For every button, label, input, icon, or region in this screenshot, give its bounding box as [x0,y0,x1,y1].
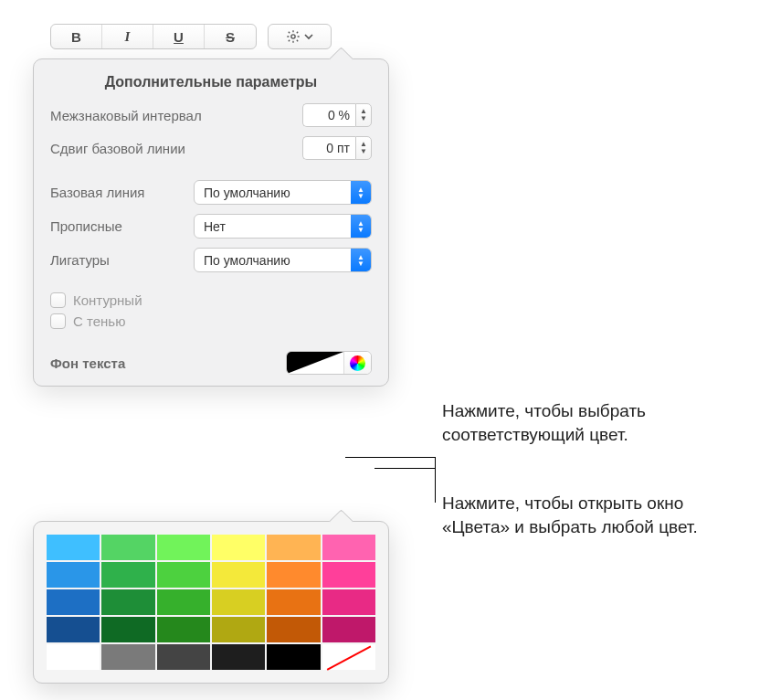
baseline-shift-stepper[interactable]: 0 пт ▲▼ [302,136,372,160]
color-well-button[interactable] [287,352,343,374]
ligatures-label: Лигатуры [50,252,110,268]
color-swatch[interactable] [211,561,266,589]
gear-icon [286,29,301,44]
color-wheel-button[interactable] [343,352,371,374]
color-swatch[interactable] [46,589,100,616]
popover-title: Дополнительные параметры [50,74,372,90]
stepper-arrows-icon[interactable]: ▲▼ [355,103,372,127]
color-swatch[interactable] [100,643,155,671]
color-swatch[interactable] [100,616,155,643]
baseline-select-value: По умолчанию [204,186,290,200]
chevron-down-icon [304,32,313,41]
color-swatch[interactable] [156,561,211,589]
capitalization-label: Прописные [50,218,122,234]
outline-checkbox-label: Контурный [73,292,142,308]
ligatures-select-value: По умолчанию [204,253,290,268]
shadow-checkbox-label: С тенью [73,313,125,329]
baseline-label: Базовая линия [50,185,144,200]
text-style-toolbar: B I U S [50,24,332,49]
select-arrows-icon: ▲▼ [351,215,371,238]
color-swatch[interactable] [156,589,211,616]
select-arrows-icon: ▲▼ [351,249,371,271]
color-swatch[interactable] [322,561,376,589]
text-style-segmented: B I U S [50,24,257,49]
color-swatch[interactable] [266,534,321,561]
capitalization-select-value: Нет [204,219,226,234]
callout-color-wheel: Нажмите, чтобы открыть окно «Цвета» и вы… [442,492,744,538]
color-swatch[interactable] [46,616,100,643]
underline-button[interactable]: U [153,25,205,48]
baseline-shift-label: Сдвиг базовой линии [50,141,185,156]
no-fill-swatch[interactable] [322,643,376,671]
color-swatch[interactable] [322,589,376,616]
bold-button[interactable]: B [51,25,102,48]
text-background-color-picker [286,351,372,375]
color-swatch[interactable] [322,616,376,643]
outline-checkbox-row[interactable]: Контурный [50,292,372,308]
stepper-arrows-icon[interactable]: ▲▼ [355,136,372,160]
color-wheel-icon [350,355,365,371]
svg-point-0 [291,35,295,38]
color-swatch[interactable] [266,561,321,589]
callout-line [435,457,436,503]
baseline-select[interactable]: По умолчанию ▲▼ [194,180,372,205]
character-spacing-label: Межзнаковый интервал [50,108,202,123]
color-swatch[interactable] [46,561,100,589]
callout-line [345,457,435,458]
color-swatch[interactable] [100,589,155,616]
advanced-options-popover: Дополнительные параметры Межзнаковый инт… [33,58,389,387]
color-swatch[interactable] [100,561,155,589]
color-swatch[interactable] [211,616,266,643]
color-swatch[interactable] [100,534,155,561]
color-swatch[interactable] [156,616,211,643]
outline-checkbox[interactable] [50,292,66,308]
callout-color-well: Нажмите, чтобы выбрать соответствующий ц… [442,399,744,446]
color-swatch[interactable] [211,643,266,671]
callout-line [374,468,435,469]
shadow-checkbox[interactable] [50,313,66,329]
color-swatch[interactable] [322,534,376,561]
color-swatch[interactable] [266,589,321,616]
advanced-options-button[interactable] [268,24,332,49]
color-swatch[interactable] [266,616,321,643]
color-swatch[interactable] [211,589,266,616]
color-swatch-grid [45,533,377,672]
color-palette-popover [33,521,389,684]
color-swatch[interactable] [156,534,211,561]
color-swatch[interactable] [46,643,100,671]
color-swatch[interactable] [266,643,321,671]
character-spacing-value[interactable]: 0 % [302,103,355,127]
select-arrows-icon: ▲▼ [351,181,371,204]
strikethrough-button[interactable]: S [205,25,256,48]
capitalization-select[interactable]: Нет ▲▼ [194,214,372,239]
color-swatch[interactable] [211,534,266,561]
italic-button[interactable]: I [102,25,153,48]
shadow-checkbox-row[interactable]: С тенью [50,313,372,329]
baseline-shift-value[interactable]: 0 пт [302,136,355,160]
color-swatch[interactable] [46,534,100,561]
character-spacing-stepper[interactable]: 0 % ▲▼ [302,103,372,127]
ligatures-select[interactable]: По умолчанию ▲▼ [194,248,372,272]
text-background-label: Фон текста [50,355,125,371]
color-swatch[interactable] [156,643,211,671]
